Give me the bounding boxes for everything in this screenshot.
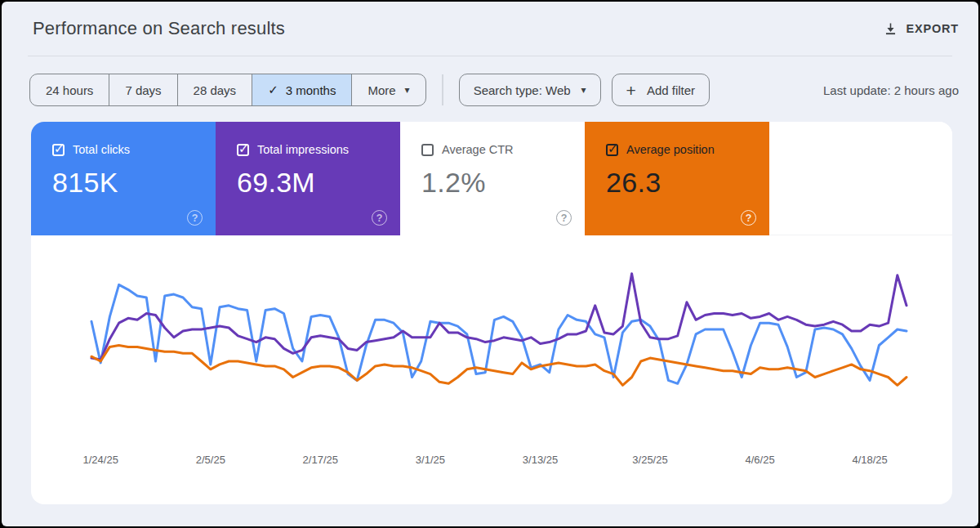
performance-panel: ✓ Total clicks 815K ? ✓ Total impression… [31, 122, 952, 504]
export-button[interactable]: EXPORT [883, 21, 959, 37]
check-icon: ✓ [608, 141, 618, 156]
search-type-label: Search type: Web [474, 83, 571, 97]
chevron-down-icon: ▾ [405, 84, 410, 96]
search-console-performance-page: Performance on Search results EXPORT 24 … [2, 2, 978, 526]
search-type-dropdown[interactable]: Search type: Web ▾ [459, 74, 601, 106]
x-axis-label: 3/13/25 [523, 454, 558, 466]
header-divider [28, 56, 952, 56]
page-header: Performance on Search results EXPORT [2, 2, 978, 39]
metric-value: 26.3 [606, 167, 769, 199]
metric-label: Total clicks [73, 143, 130, 156]
date-range-more-dropdown[interactable]: More ▾ [351, 74, 425, 105]
date-range-24-hours[interactable]: 24 hours [30, 74, 109, 105]
x-axis-label: 4/18/25 [852, 454, 887, 466]
add-filter-label: Add filter [647, 83, 695, 97]
date-range-3-months[interactable]: ✓ 3 months [252, 74, 351, 105]
total-impressions-checkbox[interactable]: ✓ [237, 144, 249, 156]
date-range-7-days[interactable]: 7 days [109, 74, 176, 105]
plus-icon: + [626, 82, 636, 99]
metric-card-header: ✓ Total impressions [237, 143, 400, 156]
help-icon[interactable]: ? [741, 210, 756, 226]
average-ctr-checkbox[interactable]: ✓ [421, 144, 434, 156]
metric-card-header: ✓ Average position [606, 143, 769, 156]
metric-label: Average CTR [442, 143, 514, 156]
total-clicks-checkbox[interactable]: ✓ [52, 144, 65, 156]
date-range-label: More [368, 83, 395, 97]
add-filter-button[interactable]: + Add filter [612, 74, 710, 106]
metric-value: 1.2% [421, 167, 585, 199]
check-icon: ✓ [54, 141, 65, 156]
help-icon[interactable]: ? [187, 210, 203, 226]
performance-chart[interactable]: 1/24/252/5/252/17/253/1/253/13/253/25/25… [31, 235, 952, 504]
toolbar-divider [442, 74, 443, 105]
date-range-selector: 24 hours 7 days 28 days ✓ 3 months More … [29, 74, 426, 106]
export-label: EXPORT [906, 22, 959, 35]
metric-card-total-clicks[interactable]: ✓ Total clicks 815K ? [31, 122, 216, 235]
metric-card-header: ✓ Average CTR [421, 143, 585, 156]
date-range-label: 28 days [194, 83, 237, 97]
x-axis-label: 1/24/25 [83, 454, 118, 466]
chart-area: 1/24/252/5/252/17/253/1/253/13/253/25/25… [31, 235, 952, 504]
metric-value: 815K [52, 167, 216, 199]
metric-card-total-impressions[interactable]: ✓ Total impressions 69.3M ? [216, 122, 400, 235]
help-icon[interactable]: ? [556, 210, 572, 226]
date-range-28-days[interactable]: 28 days [177, 74, 252, 105]
metric-card-header: ✓ Total clicks [52, 143, 216, 156]
metric-cards-filler [769, 122, 952, 235]
x-axis-label: 4/6/25 [746, 454, 775, 466]
page-title: Performance on Search results [33, 18, 285, 39]
download-icon [883, 21, 898, 37]
x-axis-label: 3/25/25 [632, 454, 667, 466]
last-update-text: Last update: 2 hours ago [823, 83, 959, 97]
x-axis-label: 2/5/25 [196, 454, 225, 466]
filter-toolbar: 24 hours 7 days 28 days ✓ 3 months More … [29, 74, 959, 106]
metric-label: Average position [626, 143, 715, 156]
metric-cards-row: ✓ Total clicks 815K ? ✓ Total impression… [31, 122, 952, 235]
date-range-label: 3 months [286, 83, 336, 97]
help-icon[interactable]: ? [372, 210, 387, 226]
metric-label: Total impressions [257, 143, 349, 156]
date-range-label: 7 days [125, 83, 161, 97]
chevron-down-icon: ▾ [581, 84, 586, 96]
date-range-label: 24 hours [46, 83, 93, 97]
metric-card-average-ctr[interactable]: ✓ Average CTR 1.2% ? [400, 122, 585, 235]
check-icon: ✓ [238, 141, 249, 156]
average-position-checkbox[interactable]: ✓ [606, 144, 618, 156]
x-axis-label: 3/1/25 [416, 454, 445, 466]
check-icon: ✓ [268, 83, 278, 97]
metric-card-average-position[interactable]: ✓ Average position 26.3 ? [585, 122, 769, 235]
metric-value: 69.3M [237, 167, 400, 199]
x-axis-label: 2/17/25 [303, 454, 338, 466]
